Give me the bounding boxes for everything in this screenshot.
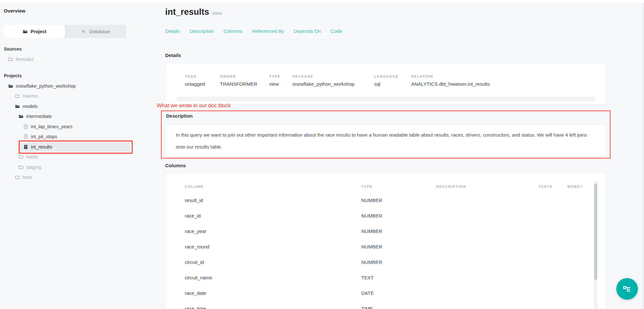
cell-column-type: NUMBER	[361, 228, 436, 234]
cell-column-type: NUMBER	[361, 198, 436, 203]
details-field-label: PACKAGE	[292, 74, 374, 78]
document-icon	[23, 134, 28, 139]
cell-column-type: NUMBER	[361, 213, 436, 218]
table-row[interactable]: race_round NUMBER	[185, 239, 606, 254]
model-name: int_results	[165, 7, 209, 17]
cell-column-name: circuit_name	[185, 275, 361, 280]
details-field-label: TAGS	[185, 74, 220, 78]
cell-column-name: race_year	[185, 228, 361, 234]
tree-item-label: intermediate	[26, 114, 52, 119]
column-header: TYPE	[361, 185, 436, 188]
lineage-graph-button[interactable]	[616, 278, 638, 300]
annotation-text: What we wrote in our doc block	[157, 102, 231, 109]
folder-open-icon	[8, 83, 13, 89]
description-text: In this query we want to join out other …	[166, 125, 601, 157]
table-row[interactable]: circuit_id NUMBER	[185, 254, 606, 270]
tab[interactable]: Referenced By	[252, 28, 284, 34]
details-field-label: OWNER	[220, 74, 269, 78]
columns-table-body: result_id NUMBER race_id NUMBER race_yea…	[166, 192, 606, 309]
tab-divider	[165, 40, 606, 40]
cell-column-type: NUMBER	[361, 244, 436, 249]
tree-item-label: tests	[23, 175, 33, 180]
cell-column-name: race_time	[185, 306, 361, 309]
columns-card: COLUMNTYPEDESCRIPTIONTESTSMORE? result_i…	[165, 173, 606, 309]
details-field-label: RELATION	[411, 74, 490, 78]
table-row[interactable]: result_id NUMBER	[185, 192, 606, 208]
column-header: DESCRIPTION	[436, 185, 538, 188]
column-header: MORE?	[567, 185, 583, 188]
document-filled-icon	[23, 144, 28, 150]
lineage-graph-icon	[622, 284, 633, 295]
folder-icon	[15, 175, 20, 180]
details-horizontal-scrollbar[interactable]	[177, 97, 595, 101]
details-field: OWNER TRANSFORMER	[220, 74, 269, 87]
details-field-value: snowflake_python_workshop	[292, 81, 374, 87]
cell-column-name: race_id	[185, 213, 361, 218]
table-row[interactable]: circuit_name TEXT	[185, 270, 606, 285]
details-fields: TAGS untagged OWNER TRANSFORMER TYPE vie…	[166, 63, 606, 87]
columns-section-label: Columns	[165, 163, 186, 168]
details-field: LANGUAGE sql	[374, 74, 411, 87]
cell-column-name: race_round	[185, 244, 361, 249]
cell-column-type: NUMBER	[361, 259, 436, 265]
tree-item-label: snowflake_python_workshop	[16, 83, 76, 89]
details-field-label: LANGUAGE	[374, 74, 411, 78]
tab-bar: DetailsDescriptionColumnsReferenced ByDe…	[165, 28, 342, 34]
document-icon	[23, 124, 28, 129]
details-field-label: TYPE	[269, 74, 292, 78]
main-content: int_resultsview DetailsDescriptionColumn…	[0, 3, 644, 309]
folder-icon	[8, 57, 13, 62]
details-field-value: view	[269, 81, 292, 87]
cell-column-name: race_date	[185, 290, 361, 296]
page-title: int_resultsview	[165, 7, 222, 17]
cell-column-name: circuit_id	[185, 259, 361, 265]
tree-item-label: models	[23, 104, 38, 109]
folder-icon	[18, 165, 24, 170]
details-section-label: Details	[165, 53, 181, 58]
tree-item-label: formula1	[16, 57, 34, 62]
cell-column-type: TEXT	[361, 275, 436, 280]
details-field-value: sql	[374, 81, 411, 87]
tree-item-label: marts	[26, 154, 38, 159]
columns-scrollbar-thumb[interactable]	[594, 183, 597, 280]
details-card: TAGS untagged OWNER TRANSFORMER TYPE vie…	[165, 63, 606, 104]
details-field: TAGS untagged	[185, 74, 220, 87]
folder-icon	[15, 93, 20, 99]
tree-item[interactable]: int_results	[0, 142, 142, 152]
tree-item-label: int_lap_times_years	[31, 124, 72, 129]
tree-item-label: int_pit_stops	[31, 134, 57, 139]
table-row[interactable]: race_id NUMBER	[185, 208, 606, 223]
tab[interactable]: Depends On	[294, 28, 321, 34]
details-field: RELATION ANALYTICS.dbt_hwatson.int_resul…	[411, 74, 490, 87]
top-edge-strip	[0, 0, 644, 3]
tab[interactable]: Details	[165, 28, 180, 34]
details-field-value: ANALYTICS.dbt_hwatson.int_results	[411, 81, 490, 87]
column-header: COLUMN	[185, 185, 361, 188]
tree-item-label: macros	[23, 93, 38, 99]
cell-column-type: TIME	[361, 306, 436, 309]
model-type-badge: view	[212, 10, 222, 16]
table-row[interactable]: race_year NUMBER	[185, 223, 606, 239]
tree-item-label: int_results	[31, 144, 52, 150]
table-row[interactable]: race_time TIME	[185, 301, 606, 309]
tab[interactable]: Code	[331, 28, 342, 34]
folder-open-icon	[15, 104, 20, 109]
details-field: TYPE view	[269, 74, 292, 87]
description-section-label: Description	[166, 113, 193, 119]
tree-item-label: staging	[26, 165, 41, 170]
columns-table-header: COLUMNTYPEDESCRIPTIONTESTSMORE?	[166, 173, 606, 192]
column-header: TESTS	[538, 185, 567, 188]
table-row[interactable]: race_date DATE	[185, 285, 606, 301]
tab[interactable]: Description	[190, 28, 214, 34]
folder-icon	[18, 154, 24, 159]
details-field-value: TRANSFORMER	[220, 81, 269, 87]
details-field-value: untagged	[185, 81, 220, 87]
cell-column-type: DATE	[361, 290, 436, 296]
cell-column-name: result_id	[185, 198, 361, 203]
details-field: PACKAGE snowflake_python_workshop	[292, 74, 374, 87]
tab[interactable]: Columns	[223, 28, 242, 34]
description-card: In this query we want to join out other …	[165, 124, 606, 157]
folder-open-icon	[18, 114, 24, 119]
